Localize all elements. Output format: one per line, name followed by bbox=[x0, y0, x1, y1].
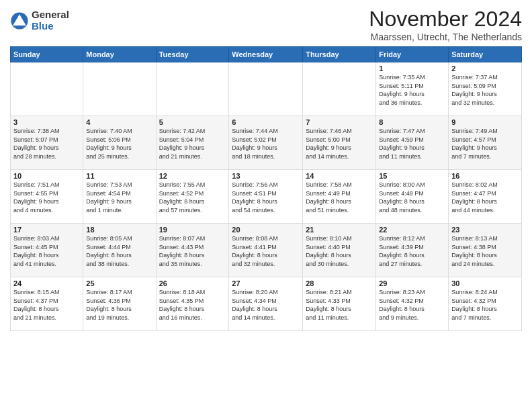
day-number: 28 bbox=[306, 279, 373, 287]
day-number: 5 bbox=[159, 118, 226, 126]
calendar-cell bbox=[83, 62, 156, 116]
day-number: 10 bbox=[13, 172, 80, 180]
day-info: Sunrise: 7:44 AM Sunset: 5:02 PM Dayligh… bbox=[232, 127, 300, 161]
day-info: Sunrise: 8:00 AM Sunset: 4:48 PM Dayligh… bbox=[379, 181, 445, 214]
calendar-cell: 15Sunrise: 8:00 AM Sunset: 4:48 PM Dayli… bbox=[376, 170, 449, 224]
calendar-cell: 21Sunrise: 8:10 AM Sunset: 4:40 PM Dayli… bbox=[303, 224, 376, 277]
day-info: Sunrise: 8:12 AM Sunset: 4:39 PM Dayligh… bbox=[379, 234, 445, 268]
day-info: Sunrise: 8:23 AM Sunset: 4:32 PM Dayligh… bbox=[379, 288, 445, 322]
calendar-week-row: 3Sunrise: 7:38 AM Sunset: 5:07 PM Daylig… bbox=[11, 116, 522, 170]
calendar-cell: 14Sunrise: 7:58 AM Sunset: 4:49 PM Dayli… bbox=[303, 170, 376, 224]
day-info: Sunrise: 7:40 AM Sunset: 5:06 PM Dayligh… bbox=[86, 127, 152, 161]
calendar-cell bbox=[11, 62, 83, 116]
day-number: 4 bbox=[86, 118, 152, 126]
day-number: 21 bbox=[306, 226, 373, 234]
day-info: Sunrise: 8:03 AM Sunset: 4:45 PM Dayligh… bbox=[13, 234, 80, 268]
calendar-cell: 4Sunrise: 7:40 AM Sunset: 5:06 PM Daylig… bbox=[83, 116, 156, 170]
day-number: 15 bbox=[379, 172, 445, 180]
calendar-cell: 3Sunrise: 7:38 AM Sunset: 5:07 PM Daylig… bbox=[11, 116, 83, 170]
calendar-week-row: 24Sunrise: 8:15 AM Sunset: 4:37 PM Dayli… bbox=[11, 277, 522, 331]
logo-general-label: General bbox=[32, 9, 69, 21]
day-info: Sunrise: 8:15 AM Sunset: 4:37 PM Dayligh… bbox=[13, 288, 80, 322]
day-info: Sunrise: 7:35 AM Sunset: 5:11 PM Dayligh… bbox=[379, 73, 445, 107]
day-number: 1 bbox=[379, 64, 445, 73]
col-header-monday: Monday bbox=[83, 47, 156, 62]
day-info: Sunrise: 8:17 AM Sunset: 4:36 PM Dayligh… bbox=[86, 288, 152, 322]
col-header-saturday: Saturday bbox=[449, 47, 522, 62]
calendar-cell: 1Sunrise: 7:35 AM Sunset: 5:11 PM Daylig… bbox=[376, 62, 449, 116]
day-info: Sunrise: 7:53 AM Sunset: 4:54 PM Dayligh… bbox=[86, 181, 152, 214]
day-number: 29 bbox=[379, 279, 445, 287]
logo-icon bbox=[10, 11, 29, 30]
calendar-cell: 25Sunrise: 8:17 AM Sunset: 4:36 PM Dayli… bbox=[83, 277, 156, 331]
calendar-cell: 12Sunrise: 7:55 AM Sunset: 4:52 PM Dayli… bbox=[156, 170, 229, 224]
col-header-tuesday: Tuesday bbox=[156, 47, 229, 62]
calendar-cell bbox=[303, 62, 376, 116]
calendar-cell: 13Sunrise: 7:56 AM Sunset: 4:51 PM Dayli… bbox=[229, 170, 303, 224]
day-number: 24 bbox=[13, 279, 80, 287]
col-header-thursday: Thursday bbox=[303, 47, 376, 62]
day-info: Sunrise: 8:07 AM Sunset: 4:43 PM Dayligh… bbox=[159, 234, 226, 268]
day-number: 11 bbox=[86, 172, 152, 180]
calendar-cell: 5Sunrise: 7:42 AM Sunset: 5:04 PM Daylig… bbox=[156, 116, 229, 170]
calendar-cell: 2Sunrise: 7:37 AM Sunset: 5:09 PM Daylig… bbox=[449, 62, 522, 116]
day-number: 3 bbox=[13, 118, 80, 126]
day-number: 6 bbox=[232, 118, 300, 126]
calendar-cell: 23Sunrise: 8:13 AM Sunset: 4:38 PM Dayli… bbox=[449, 224, 522, 277]
header: General Blue November 2024 Maarssen, Utr… bbox=[10, 7, 522, 42]
calendar-cell: 24Sunrise: 8:15 AM Sunset: 4:37 PM Dayli… bbox=[11, 277, 83, 331]
calendar-cell: 30Sunrise: 8:24 AM Sunset: 4:32 PM Dayli… bbox=[449, 277, 522, 331]
calendar-table: SundayMondayTuesdayWednesdayThursdayFrid… bbox=[10, 46, 522, 331]
day-number: 25 bbox=[86, 279, 152, 287]
day-info: Sunrise: 7:49 AM Sunset: 4:57 PM Dayligh… bbox=[451, 127, 519, 161]
calendar-cell bbox=[229, 62, 303, 116]
day-number: 16 bbox=[451, 172, 519, 180]
calendar-cell: 10Sunrise: 7:51 AM Sunset: 4:55 PM Dayli… bbox=[11, 170, 83, 224]
calendar-cell: 7Sunrise: 7:46 AM Sunset: 5:00 PM Daylig… bbox=[303, 116, 376, 170]
day-info: Sunrise: 7:47 AM Sunset: 4:59 PM Dayligh… bbox=[379, 127, 445, 161]
day-info: Sunrise: 7:46 AM Sunset: 5:00 PM Dayligh… bbox=[306, 127, 373, 161]
calendar-cell: 28Sunrise: 8:21 AM Sunset: 4:33 PM Dayli… bbox=[303, 277, 376, 331]
day-number: 18 bbox=[86, 226, 152, 234]
day-info: Sunrise: 8:10 AM Sunset: 4:40 PM Dayligh… bbox=[306, 234, 373, 268]
day-info: Sunrise: 8:05 AM Sunset: 4:44 PM Dayligh… bbox=[86, 234, 152, 268]
day-info: Sunrise: 8:18 AM Sunset: 4:35 PM Dayligh… bbox=[159, 288, 226, 322]
calendar-cell: 6Sunrise: 7:44 AM Sunset: 5:02 PM Daylig… bbox=[229, 116, 303, 170]
calendar-cell: 29Sunrise: 8:23 AM Sunset: 4:32 PM Dayli… bbox=[376, 277, 449, 331]
day-number: 19 bbox=[159, 226, 226, 234]
month-title: November 2024 bbox=[369, 7, 522, 32]
day-info: Sunrise: 7:51 AM Sunset: 4:55 PM Dayligh… bbox=[13, 181, 80, 214]
location: Maarssen, Utrecht, The Netherlands bbox=[369, 32, 522, 42]
day-number: 23 bbox=[451, 226, 519, 234]
day-number: 9 bbox=[451, 118, 519, 126]
logo-blue-label: Blue bbox=[32, 21, 69, 32]
day-number: 13 bbox=[232, 172, 300, 180]
calendar-cell: 9Sunrise: 7:49 AM Sunset: 4:57 PM Daylig… bbox=[449, 116, 522, 170]
calendar-cell: 11Sunrise: 7:53 AM Sunset: 4:54 PM Dayli… bbox=[83, 170, 156, 224]
day-number: 30 bbox=[451, 279, 519, 287]
day-number: 8 bbox=[379, 118, 445, 126]
day-info: Sunrise: 7:56 AM Sunset: 4:51 PM Dayligh… bbox=[232, 181, 300, 214]
day-info: Sunrise: 7:42 AM Sunset: 5:04 PM Dayligh… bbox=[159, 127, 226, 161]
title-block: November 2024 Maarssen, Utrecht, The Net… bbox=[369, 7, 522, 42]
day-number: 20 bbox=[232, 226, 300, 234]
calendar-cell: 22Sunrise: 8:12 AM Sunset: 4:39 PM Dayli… bbox=[376, 224, 449, 277]
calendar-week-row: 17Sunrise: 8:03 AM Sunset: 4:45 PM Dayli… bbox=[11, 224, 522, 277]
col-header-friday: Friday bbox=[376, 47, 449, 62]
day-number: 27 bbox=[232, 279, 300, 287]
day-number: 7 bbox=[306, 118, 373, 126]
calendar-cell: 8Sunrise: 7:47 AM Sunset: 4:59 PM Daylig… bbox=[376, 116, 449, 170]
day-info: Sunrise: 7:58 AM Sunset: 4:49 PM Dayligh… bbox=[306, 181, 373, 214]
calendar-cell: 18Sunrise: 8:05 AM Sunset: 4:44 PM Dayli… bbox=[83, 224, 156, 277]
day-info: Sunrise: 8:21 AM Sunset: 4:33 PM Dayligh… bbox=[306, 288, 373, 322]
calendar-cell: 19Sunrise: 8:07 AM Sunset: 4:43 PM Dayli… bbox=[156, 224, 229, 277]
day-number: 17 bbox=[13, 226, 80, 234]
calendar-week-row: 1Sunrise: 7:35 AM Sunset: 5:11 PM Daylig… bbox=[11, 62, 522, 116]
calendar-cell bbox=[156, 62, 229, 116]
day-number: 14 bbox=[306, 172, 373, 180]
day-info: Sunrise: 8:20 AM Sunset: 4:34 PM Dayligh… bbox=[232, 288, 300, 322]
day-info: Sunrise: 7:55 AM Sunset: 4:52 PM Dayligh… bbox=[159, 181, 226, 214]
calendar-header-row: SundayMondayTuesdayWednesdayThursdayFrid… bbox=[11, 47, 522, 62]
calendar-cell: 27Sunrise: 8:20 AM Sunset: 4:34 PM Dayli… bbox=[229, 277, 303, 331]
day-number: 22 bbox=[379, 226, 445, 234]
